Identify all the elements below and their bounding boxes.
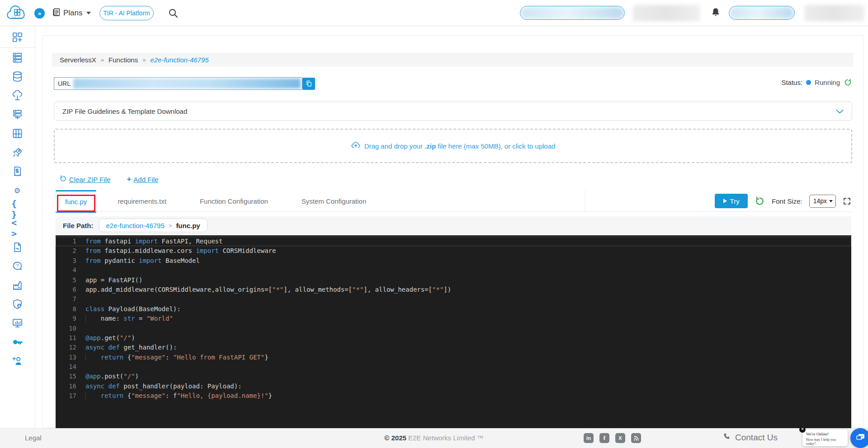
- code-line: 4: [56, 266, 851, 275]
- sidebar-item-apikey[interactable]: [0, 332, 35, 351]
- sidebar-item-code[interactable]: < >: [0, 219, 35, 238]
- chat-bubbles-icon: [855, 432, 866, 444]
- contact-us-link[interactable]: Contact Us: [722, 432, 778, 443]
- refresh-status-icon[interactable]: [844, 78, 852, 87]
- shield-user-icon: [11, 298, 24, 310]
- main-panel: ServerlessX » Functions » e2e-function-4…: [42, 35, 863, 428]
- zip-guidelines-title: ZIP File Guidelines & Template Download: [62, 107, 187, 115]
- code-line: 17 return {"message": f"Hello, {payload.…: [56, 391, 851, 401]
- storage-lockers-icon: [11, 127, 24, 140]
- sidebar-item-settings[interactable]: ⚙: [0, 181, 35, 200]
- sidebar-item-dashboard[interactable]: [0, 27, 35, 48]
- sidebar-item-cloud-network[interactable]: [0, 86, 35, 105]
- tab-func-py[interactable]: func.py: [56, 190, 96, 212]
- font-size-label: Font Size:: [772, 197, 802, 205]
- rss-icon[interactable]: [631, 433, 641, 443]
- chevron-down-icon: [829, 200, 833, 202]
- line-number: 14: [56, 362, 76, 372]
- key-icon: [11, 336, 24, 348]
- tab-function-configuration[interactable]: Function Configuration: [188, 190, 280, 212]
- sidebar-item-compute[interactable]: [0, 48, 35, 67]
- zip-dropzone[interactable]: Drag and drop your .zip file here (max 5…: [54, 129, 852, 163]
- plans-icon: [52, 7, 61, 19]
- notifications-bell-icon[interactable]: [711, 6, 721, 18]
- sidebar-item-database[interactable]: [0, 67, 35, 86]
- line-number: 7: [56, 294, 76, 304]
- redacted-url-value: [73, 79, 301, 89]
- database-icon: [11, 70, 24, 83]
- line-number: 2: [56, 246, 76, 256]
- chat-launcher-button[interactable]: [850, 428, 868, 448]
- sidebar-item-security[interactable]: [0, 294, 35, 313]
- sidebar-item-adduser[interactable]: [0, 351, 35, 370]
- search-icon[interactable]: [168, 8, 179, 19]
- sidebar-item-nodes[interactable]: [0, 105, 35, 124]
- breadcrumb-separator: »: [101, 56, 104, 63]
- line-number: 6: [56, 285, 76, 294]
- copy-url-button[interactable]: [302, 78, 315, 90]
- sidebar-item-launch[interactable]: [0, 143, 35, 162]
- url-label: URL: [54, 80, 73, 87]
- clear-zip-file-button[interactable]: Clear ZIP File: [59, 175, 110, 184]
- social-links: infX: [584, 433, 641, 443]
- sidebar-item-documents[interactable]: [0, 238, 35, 257]
- x-twitter-icon[interactable]: X: [615, 433, 625, 443]
- breadcrumb-serverlessx[interactable]: ServerlessX: [60, 56, 96, 64]
- redacted-account-pill[interactable]: [520, 6, 625, 20]
- chat-help-icon: ?: [11, 260, 24, 272]
- tir-ai-platform-button[interactable]: TIR - AI Platform: [99, 6, 154, 20]
- editor-toolbar: Try Font Size: 14px: [715, 191, 851, 210]
- plans-menu[interactable]: Plans: [52, 7, 91, 19]
- add-file-button[interactable]: + Add File: [127, 175, 158, 184]
- function-url-field[interactable]: URL: [54, 77, 302, 90]
- code-line: 2from fastapi.middleware.cors import COR…: [56, 246, 851, 256]
- file-path-breadcrumb: e2e-function-46795 > func.py: [99, 219, 208, 232]
- line-number: 5: [56, 275, 76, 285]
- fullscreen-icon[interactable]: [843, 197, 851, 205]
- svg-text:?: ?: [16, 263, 19, 268]
- try-button[interactable]: Try: [715, 194, 748, 208]
- redacted-action-pill[interactable]: [729, 6, 795, 20]
- curly-braces-icon: { }: [11, 203, 24, 215]
- sidebar-item-api[interactable]: { }: [0, 200, 35, 219]
- cloud-upload-icon: [351, 140, 361, 152]
- linkedin-icon[interactable]: in: [584, 433, 594, 443]
- sidebar-item-support[interactable]: ?: [0, 257, 35, 275]
- reset-history-icon: [59, 175, 67, 184]
- file-path-folder[interactable]: e2e-function-46795: [106, 222, 165, 229]
- chevron-down-icon: [836, 107, 844, 115]
- code-brackets-icon: < >: [11, 222, 24, 234]
- sidebar-item-factory[interactable]: [0, 275, 35, 294]
- footer: Legal © 2025 E2E Networks Limited ™ infX…: [0, 428, 868, 448]
- sidebar-item-billing[interactable]: [0, 162, 35, 181]
- cloud-network-icon: [11, 89, 24, 102]
- code-line: 3from pydantic import BaseModel: [56, 256, 851, 266]
- add-user-icon: [11, 355, 24, 367]
- line-number: 15: [56, 372, 76, 381]
- sidebar-item-storage[interactable]: [0, 124, 35, 143]
- toolbar-divider: [585, 190, 585, 212]
- tab-requirements-txt[interactable]: requirements.txt: [105, 190, 179, 212]
- redacted-user-info: [805, 5, 864, 21]
- undo-reset-code-icon[interactable]: [755, 196, 765, 206]
- line-number: 17: [56, 391, 76, 401]
- url-status-row: URL Status: Running: [54, 77, 852, 90]
- e2e-cloud-logo-icon[interactable]: E2E Cloud: [5, 3, 30, 23]
- rocket-icon: [11, 146, 24, 159]
- zip-guidelines-accordion[interactable]: ZIP File Guidelines & Template Download: [54, 102, 852, 121]
- sidebar-expand-button[interactable]: »: [34, 8, 45, 19]
- tab-system-configuration[interactable]: System Configuration: [289, 190, 378, 212]
- code-line: 15@app.post("/"): [56, 372, 851, 381]
- code-editor[interactable]: 1from fastapi import FastAPI, Request2fr…: [56, 235, 851, 429]
- app-root: E2E Cloud » Plans TIR - AI Platform: [0, 0, 868, 448]
- font-size-select[interactable]: 14px: [809, 195, 836, 208]
- line-number: 4: [56, 266, 76, 275]
- breadcrumb-functions[interactable]: Functions: [108, 56, 138, 64]
- line-number: 12: [56, 343, 76, 352]
- sidebar-item-monitoring[interactable]: [0, 313, 35, 332]
- file-path-bar: File Path: e2e-function-46795 > func.py: [56, 216, 851, 234]
- chat-close-icon[interactable]: ✕: [799, 426, 806, 433]
- play-icon: [723, 199, 727, 203]
- facebook-icon[interactable]: f: [599, 433, 609, 443]
- status-group: Status: Running: [781, 78, 852, 87]
